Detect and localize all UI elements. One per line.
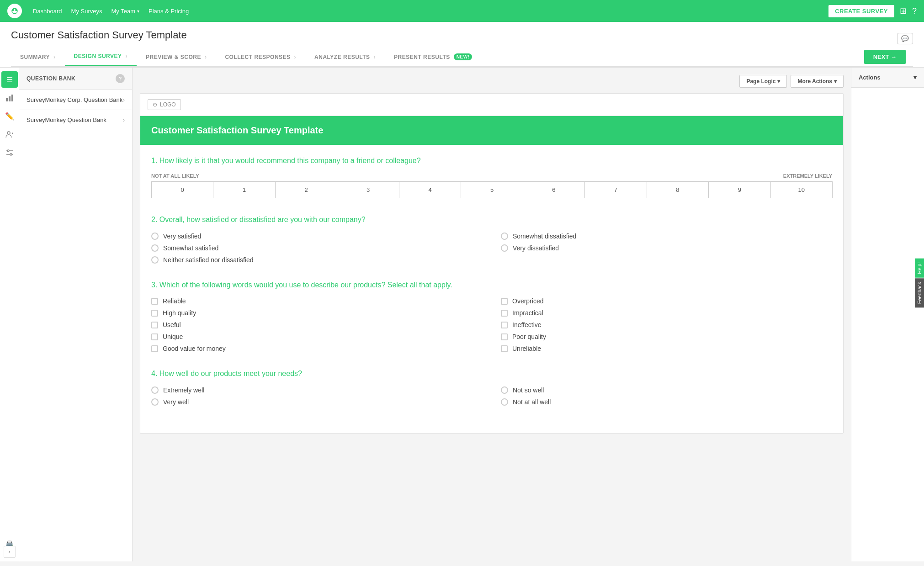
- nps-cell-6[interactable]: 6: [523, 181, 585, 198]
- help-icon-button[interactable]: ?: [912, 6, 917, 16]
- tab-bar: SUMMARY › DESIGN SURVEY › PREVIEW & SCOR…: [11, 48, 913, 67]
- question-4-text: 4. How well do our products meet your ne…: [151, 369, 832, 379]
- qb-item-corp[interactable]: SurveyMonkey Corp. Question Bank ›: [19, 90, 132, 110]
- checkbox-impractical[interactable]: Impractical: [501, 309, 832, 317]
- sidebar-add-users-icon[interactable]: [1, 126, 18, 143]
- nav-links: Dashboard My Surveys My Team▾ Plans & Pr…: [33, 8, 818, 15]
- page-logic-button[interactable]: Page Logic ▾: [739, 75, 787, 88]
- question-bank-panel: QUESTION BANK ? SurveyMonkey Corp. Quest…: [19, 68, 133, 561]
- nav-right: CREATE SURVEY ⊞ ?: [828, 5, 917, 17]
- nav-plans-pricing[interactable]: Plans & Pricing: [149, 8, 189, 15]
- checkbox-unreliable[interactable]: Unreliable: [501, 345, 832, 352]
- nps-cell-4[interactable]: 4: [399, 181, 461, 198]
- tab-analyze-results[interactable]: ANALYZE RESULTS ›: [305, 48, 385, 66]
- checkbox-reliable[interactable]: Reliable: [151, 297, 483, 305]
- radio-option-very-satisfied[interactable]: Very satisfied: [151, 233, 483, 240]
- radio-extremely-well[interactable]: Extremely well: [151, 386, 483, 394]
- svg-point-4: [7, 132, 10, 134]
- image-icon: ⊙: [153, 101, 157, 108]
- question-2: 2. Overall, how satisfied or dissatisfie…: [151, 215, 832, 263]
- checkbox-high-quality[interactable]: High quality: [151, 309, 483, 317]
- logo[interactable]: [7, 4, 22, 18]
- nav-dashboard[interactable]: Dashboard: [33, 8, 62, 15]
- tab-summary[interactable]: SUMMARY ›: [11, 48, 65, 66]
- logo-placeholder[interactable]: ⊙ LOGO: [148, 99, 181, 110]
- survey-logo-bar: ⊙ LOGO: [140, 94, 843, 116]
- survey-toolbar: Page Logic ▾ More Actions ▾: [140, 75, 844, 88]
- radio-option-somewhat-satisfied[interactable]: Somewhat satisfied: [151, 244, 483, 252]
- checkbox-sq-7: [151, 333, 158, 340]
- actions-header: Actions ▾: [851, 68, 924, 88]
- nps-cell-2[interactable]: 2: [275, 181, 337, 198]
- nps-cell-7[interactable]: 7: [584, 181, 647, 198]
- nav-my-surveys[interactable]: My Surveys: [71, 8, 102, 15]
- tab-collect-responses[interactable]: COLLECT RESPONSES ›: [216, 48, 305, 66]
- feedback-edge-button[interactable]: Feedback: [915, 278, 924, 307]
- nps-cell-3[interactable]: 3: [337, 181, 399, 198]
- chevron-down-icon-2: ▾: [834, 78, 837, 85]
- help-edge-button[interactable]: Help!: [915, 259, 924, 278]
- question-bank-title: QUESTION BANK: [27, 75, 75, 82]
- tab-design-survey[interactable]: DESIGN SURVEY ›: [65, 48, 137, 66]
- checkbox-useful[interactable]: Useful: [151, 321, 483, 328]
- comment-icon-button[interactable]: 💬: [897, 33, 913, 44]
- sidebar-collapse-button[interactable]: ‹: [4, 546, 16, 558]
- radio-circle-8: [151, 398, 159, 406]
- svg-rect-2: [9, 96, 11, 101]
- checkbox-good-value[interactable]: Good value for money: [151, 345, 483, 352]
- chevron-right-icon: ›: [123, 96, 125, 103]
- svg-rect-1: [6, 98, 8, 101]
- radio-option-very-dissatisfied[interactable]: Very dissatisfied: [501, 244, 832, 252]
- radio-circle-6: [151, 386, 159, 394]
- sidebar-question-bank-icon[interactable]: ☰: [1, 71, 18, 88]
- tab-present-results[interactable]: PRESENT RESULTS NEW!: [385, 48, 481, 66]
- nav-my-team[interactable]: My Team▾: [112, 8, 140, 15]
- nps-labels: NOT AT ALL LIKELY EXTREMELY LIKELY: [151, 173, 832, 179]
- checkbox-unique[interactable]: Unique: [151, 333, 483, 340]
- nps-scale[interactable]: 0 1 2 3 4 5 6 7 8 9 10: [151, 181, 832, 198]
- nps-cell-9[interactable]: 9: [708, 181, 770, 198]
- svg-point-8: [7, 150, 9, 152]
- question-4-options: Extremely well Not so well Very well: [151, 386, 832, 406]
- radio-option-somewhat-dissatisfied[interactable]: Somewhat dissatisfied: [501, 233, 832, 240]
- question-2-text: 2. Overall, how satisfied or dissatisfie…: [151, 215, 832, 225]
- sidebar-analytics-icon[interactable]: [1, 90, 18, 106]
- checkbox-overpriced[interactable]: Overpriced: [501, 297, 832, 305]
- next-button[interactable]: NEXT →: [864, 50, 906, 64]
- nps-cell-0[interactable]: 0: [151, 181, 213, 198]
- nps-cell-10[interactable]: 10: [770, 181, 833, 198]
- nps-cell-1[interactable]: 1: [213, 181, 275, 198]
- checkbox-poor-quality[interactable]: Poor quality: [501, 333, 832, 340]
- main-layout: ☰ ✏️ 🖨️ ‹ QUESTION BANK ? SurveyMonkey C…: [0, 68, 924, 561]
- qb-item-sm[interactable]: SurveyMonkey Question Bank ›: [19, 110, 132, 130]
- question-bank-help[interactable]: ?: [116, 74, 125, 83]
- checkbox-sq-3: [151, 310, 158, 317]
- sidebar-edit-icon[interactable]: ✏️: [1, 108, 18, 124]
- question-3-options: Reliable Overpriced High quality Im: [151, 297, 832, 352]
- radio-option-neither[interactable]: Neither satisfied nor dissatisfied: [151, 256, 483, 264]
- radio-circle-2: [501, 233, 508, 240]
- nps-cell-8[interactable]: 8: [647, 181, 709, 198]
- checkbox-sq-9: [151, 345, 158, 352]
- page-title: Customer Satisfaction Survey Template: [11, 29, 187, 41]
- grid-icon-button[interactable]: ⊞: [900, 6, 907, 16]
- chevron-down-icon: ▾: [777, 78, 780, 85]
- radio-not-so-well[interactable]: Not so well: [501, 386, 832, 394]
- create-survey-button[interactable]: CREATE SURVEY: [828, 5, 894, 17]
- nps-cell-5[interactable]: 5: [461, 181, 523, 198]
- radio-circle-3: [151, 244, 159, 252]
- chevron-right-icon-2: ›: [123, 116, 125, 123]
- chevron-down-icon-3: ▾: [913, 74, 917, 81]
- tab-preview-score[interactable]: PREVIEW & SCORE ›: [137, 48, 216, 66]
- page-header: Customer Satisfaction Survey Template 💬 …: [0, 22, 924, 68]
- question-4: 4. How well do our products meet your ne…: [151, 369, 832, 405]
- survey-header-banner: Customer Satisfaction Survey Template: [140, 116, 843, 145]
- radio-not-at-all-well[interactable]: Not at all well: [501, 398, 832, 406]
- sidebar-sliders-icon[interactable]: [1, 144, 18, 161]
- radio-circle-7: [501, 386, 508, 394]
- checkbox-ineffective[interactable]: Ineffective: [501, 321, 832, 328]
- question-1-text: 1. How likely is it that you would recom…: [151, 156, 832, 166]
- top-nav: Dashboard My Surveys My Team▾ Plans & Pr…: [0, 0, 924, 22]
- more-actions-button[interactable]: More Actions ▾: [791, 75, 844, 88]
- radio-very-well[interactable]: Very well: [151, 398, 483, 406]
